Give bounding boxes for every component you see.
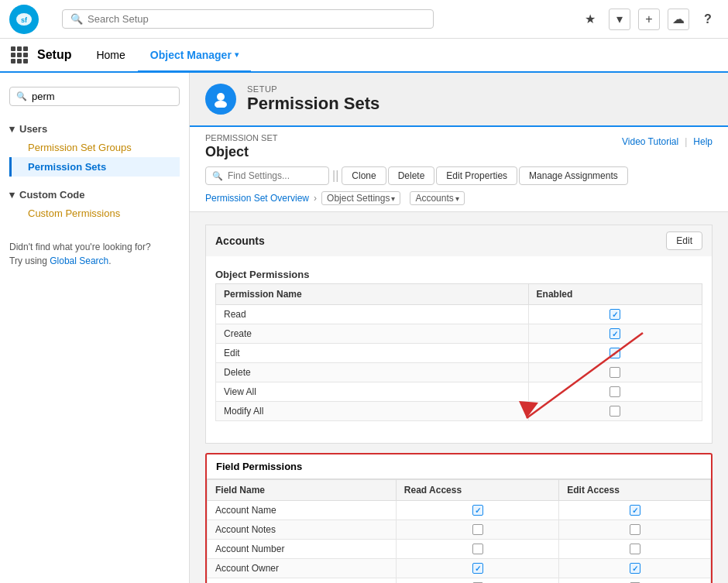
find-settings-input[interactable]: 🔍 ✕ bbox=[205, 166, 329, 185]
edit-access-checkbox[interactable] bbox=[630, 505, 640, 516]
setup-page-title: Permission Sets bbox=[247, 94, 379, 114]
permission-name-cell: Read bbox=[216, 305, 529, 324]
checkbox[interactable] bbox=[610, 348, 620, 358]
object-permissions-header: Object Permissions bbox=[215, 262, 702, 283]
dropdown-icon: ▾ bbox=[455, 194, 459, 203]
search-icon: 🔍 bbox=[70, 13, 83, 25]
setup-header: SETUP Permission Sets bbox=[190, 73, 728, 127]
global-search-link[interactable]: Global Search bbox=[50, 255, 108, 266]
permission-set-label: Permission Set bbox=[205, 133, 278, 142]
read-access-cell bbox=[396, 559, 558, 578]
help-icon[interactable]: ? bbox=[697, 9, 719, 30]
tab-home[interactable]: Home bbox=[84, 39, 137, 73]
toolbar-area: Permission Set Object Video Tutorial | H… bbox=[190, 127, 728, 212]
add-icon[interactable]: + bbox=[638, 9, 660, 30]
col-permission-name: Permission Name bbox=[216, 284, 529, 305]
global-search-input[interactable] bbox=[88, 13, 425, 25]
field-name-cell: Account Name bbox=[208, 501, 397, 520]
field-name-cell: Account Site bbox=[208, 578, 397, 584]
setup-avatar bbox=[205, 84, 236, 115]
video-tutorial-link[interactable]: Video Tutorial bbox=[622, 136, 678, 147]
svg-point-3 bbox=[215, 101, 227, 108]
edit-access-checkbox[interactable] bbox=[630, 544, 640, 554]
read-access-checkbox[interactable] bbox=[472, 544, 483, 554]
edit-access-checkbox[interactable] bbox=[630, 563, 640, 574]
breadcrumb-permission-set-overview[interactable]: Permission Set Overview bbox=[205, 193, 309, 204]
sidebar: 🔍 ▾ Users Permission Set Groups Permissi… bbox=[0, 73, 190, 583]
manage-assignments-button[interactable]: Manage Assignments bbox=[519, 166, 628, 185]
tab-object-manager[interactable]: Object Manager ▾ bbox=[138, 39, 251, 73]
find-settings-field[interactable] bbox=[228, 170, 344, 181]
sidebar-item-custom-permissions[interactable]: Custom Permissions bbox=[9, 204, 180, 223]
sidebar-item-permission-sets[interactable]: Permission Sets bbox=[9, 157, 180, 177]
field-permissions-box: Field Permissions Field Name Read Access… bbox=[205, 453, 713, 583]
read-access-checkbox[interactable] bbox=[472, 563, 483, 574]
permission-set-name: Object bbox=[205, 144, 278, 160]
table-row: Account Name bbox=[208, 501, 711, 520]
app-launcher-icon[interactable] bbox=[11, 46, 28, 63]
global-search-bar[interactable]: 🔍 bbox=[62, 9, 434, 29]
edit-access-cell bbox=[559, 501, 711, 520]
table-row: Edit bbox=[216, 344, 702, 363]
top-nav: sf 🔍 ★ ▾ + ☁ ? bbox=[0, 0, 728, 39]
col-edit-access: Edit Access bbox=[559, 480, 711, 501]
dropdown-icon[interactable]: ▾ bbox=[609, 9, 630, 30]
field-permissions-header: Field Permissions bbox=[207, 454, 711, 479]
toolbar-buttons: 🔍 ✕ || Clone Delete Edit Properties Mana… bbox=[205, 166, 713, 185]
sidebar-search-input[interactable] bbox=[32, 91, 173, 102]
accounts-edit-button[interactable]: Edit bbox=[666, 231, 702, 250]
sidebar-search[interactable]: 🔍 bbox=[9, 87, 180, 106]
enabled-cell bbox=[528, 305, 702, 324]
sidebar-item-permission-set-groups[interactable]: Permission Set Groups bbox=[9, 138, 180, 157]
col-field-name: Field Name bbox=[208, 480, 397, 501]
enabled-cell bbox=[528, 363, 702, 382]
sidebar-users-header[interactable]: ▾ Users bbox=[9, 120, 180, 138]
svg-text:sf: sf bbox=[21, 16, 28, 24]
delete-button[interactable]: Delete bbox=[388, 166, 435, 185]
dropdown-icon: ▾ bbox=[391, 194, 395, 203]
checkbox[interactable] bbox=[610, 386, 620, 397]
table-row: Account Number bbox=[208, 540, 711, 559]
setup-label: SETUP bbox=[247, 84, 379, 94]
main-layout: 🔍 ▾ Users Permission Set Groups Permissi… bbox=[0, 73, 728, 583]
toolbar-separator: || bbox=[332, 169, 338, 183]
table-row: Account Notes bbox=[208, 520, 711, 540]
read-access-checkbox[interactable] bbox=[472, 524, 483, 535]
edit-properties-button[interactable]: Edit Properties bbox=[436, 166, 517, 185]
sidebar-custom-code-section: ▾ Custom Code Custom Permissions bbox=[0, 181, 189, 228]
table-row: View All bbox=[216, 382, 702, 402]
col-enabled: Enabled bbox=[528, 284, 702, 305]
enabled-cell bbox=[528, 344, 702, 363]
cloud-icon[interactable]: ☁ bbox=[668, 9, 689, 30]
table-row: Account Owner bbox=[208, 559, 711, 578]
checkbox[interactable] bbox=[610, 406, 620, 417]
read-access-cell bbox=[396, 501, 558, 520]
checkbox[interactable] bbox=[610, 328, 620, 339]
edit-access-cell bbox=[559, 578, 711, 584]
breadcrumb-accounts[interactable]: Accounts ▾ bbox=[410, 191, 464, 205]
enabled-cell bbox=[528, 382, 702, 402]
sidebar-search-icon: 🔍 bbox=[16, 91, 27, 101]
edit-access-checkbox[interactable] bbox=[630, 524, 640, 535]
table-row: Delete bbox=[216, 363, 702, 382]
read-access-checkbox[interactable] bbox=[472, 505, 483, 516]
help-link[interactable]: Help bbox=[693, 136, 713, 147]
read-access-cell bbox=[396, 578, 558, 584]
checkbox[interactable] bbox=[610, 367, 620, 378]
accounts-section-title: Accounts bbox=[215, 235, 265, 247]
col-read-access: Read Access bbox=[396, 480, 558, 501]
sidebar-users-section: ▾ Users Permission Set Groups Permission… bbox=[0, 115, 189, 181]
checkbox[interactable] bbox=[610, 309, 620, 320]
clone-button[interactable]: Clone bbox=[342, 166, 386, 185]
table-row: Modify All bbox=[216, 402, 702, 421]
permission-name-cell: Modify All bbox=[216, 402, 529, 421]
sidebar-custom-code-header[interactable]: ▾ Custom Code bbox=[9, 186, 180, 204]
chevron-down-icon: ▾ bbox=[9, 123, 15, 135]
chevron-down-icon: ▾ bbox=[235, 50, 239, 59]
field-name-cell: Account Notes bbox=[208, 520, 397, 540]
field-name-cell: Account Number bbox=[208, 540, 397, 559]
star-icon[interactable]: ★ bbox=[579, 9, 601, 30]
breadcrumb-object-settings[interactable]: Object Settings ▾ bbox=[321, 191, 400, 205]
table-row: Read bbox=[216, 305, 702, 324]
breadcrumb: Permission Set Overview › Object Setting… bbox=[205, 191, 713, 205]
